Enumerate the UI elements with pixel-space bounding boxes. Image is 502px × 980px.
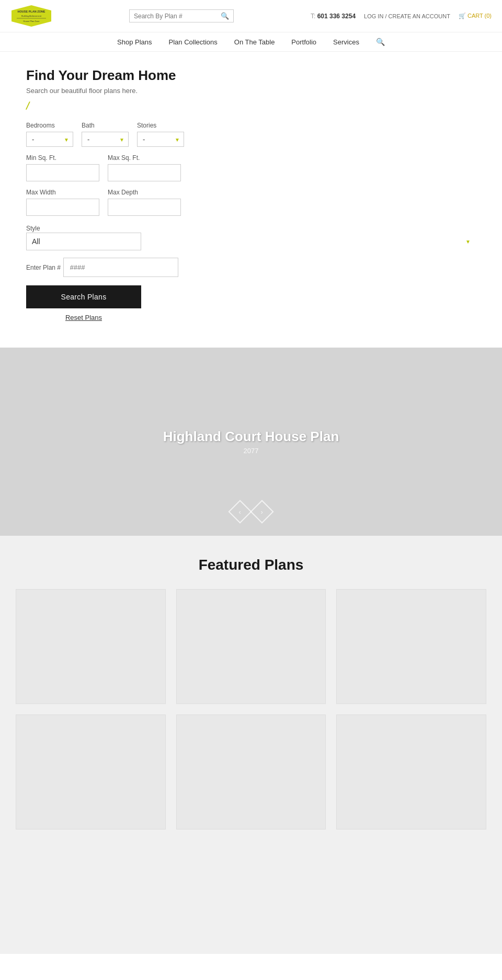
nav-shop-plans[interactable]: Shop Plans	[117, 38, 152, 46]
plan-card[interactable]	[176, 714, 326, 829]
stories-label: Stories	[137, 122, 184, 129]
prev-arrow-icon: ‹	[239, 508, 241, 516]
plan-card[interactable]	[336, 589, 486, 704]
main-nav: Shop Plans Plan Collections On The Table…	[0, 32, 502, 52]
max-sqft-label: Max Sq. Ft.	[108, 154, 181, 162]
plan-card[interactable]	[16, 589, 166, 704]
svg-text:House Plan Zone: House Plan Zone	[24, 20, 40, 22]
style-dropdown-arrow: ▼	[465, 239, 471, 245]
bath-select-wrapper: - 1 1.5 2 2.5 3 4+ ▼	[82, 132, 129, 147]
style-label: Style	[26, 225, 40, 232]
bath-label: Bath	[82, 122, 129, 129]
bedrooms-label: Bedrooms	[26, 122, 73, 129]
max-depth-label: Max Depth	[108, 189, 181, 196]
form-row-sqft: Min Sq. Ft. Max Sq. Ft.	[26, 154, 476, 181]
site-logo[interactable]: HOUSE PLAN ZONE Building Achievement Hou…	[10, 4, 52, 28]
min-sqft-group: Min Sq. Ft.	[26, 154, 99, 181]
plans-grid	[16, 589, 486, 829]
stories-select[interactable]: - 1 1.5 2 2.5 3+	[137, 132, 184, 147]
banner-next-button[interactable]: ›	[250, 500, 273, 523]
featured-plans-section: Featured Plans	[0, 536, 502, 954]
header: HOUSE PLAN ZONE Building Achievement Hou…	[0, 0, 502, 32]
svg-text:Building Achievement: Building Achievement	[21, 15, 42, 17]
min-sqft-label: Min Sq. Ft.	[26, 154, 99, 162]
header-search-box[interactable]: 🔍	[129, 9, 234, 22]
max-sqft-group: Max Sq. Ft.	[108, 154, 181, 181]
plan-card[interactable]	[16, 714, 166, 829]
featured-plans-title: Featured Plans	[10, 557, 492, 573]
nav-on-the-table[interactable]: On The Table	[234, 38, 275, 46]
header-right: T: 601 336 3254 LOG IN / CREATE AN ACCOU…	[311, 13, 492, 20]
max-depth-group: Max Depth	[108, 189, 181, 216]
nav-portfolio[interactable]: Portfolio	[291, 38, 316, 46]
logo-area: HOUSE PLAN ZONE Building Achievement Hou…	[10, 4, 52, 28]
banner-plan-number: 2077	[244, 447, 259, 455]
plan-card[interactable]	[336, 714, 486, 829]
stories-select-wrapper: - 1 1.5 2 2.5 3+ ▼	[137, 132, 184, 147]
phone-display: T: 601 336 3254	[311, 13, 356, 20]
form-row-1: Bedrooms - 1 2 3 4 5 6+ ▼ Bath - 1	[26, 122, 476, 147]
plan-card[interactable]	[176, 589, 326, 704]
bath-group: Bath - 1 1.5 2 2.5 3 4+ ▼	[82, 122, 129, 147]
banner-prev-button[interactable]: ‹	[228, 500, 252, 523]
min-sqft-input[interactable]	[26, 164, 99, 181]
bedrooms-select-wrapper: - 1 2 3 4 5 6+ ▼	[26, 132, 73, 147]
max-width-input[interactable]	[26, 199, 99, 216]
nav-plan-collections[interactable]: Plan Collections	[169, 38, 218, 46]
max-width-label: Max Width	[26, 189, 99, 196]
bedrooms-select[interactable]: - 1 2 3 4 5 6+	[26, 132, 73, 147]
login-link[interactable]: LOG IN / CREATE AN ACCOUNT	[364, 13, 450, 19]
stories-group: Stories - 1 1.5 2 2.5 3+ ▼	[137, 122, 184, 147]
banner-title: Highland Court House Plan	[163, 429, 339, 445]
plan-number-label: Enter Plan #	[26, 264, 61, 271]
svg-text:HOUSE PLAN ZONE: HOUSE PLAN ZONE	[18, 10, 45, 13]
bath-select[interactable]: - 1 1.5 2 2.5 3 4+	[82, 132, 129, 147]
header-search-input[interactable]	[134, 13, 221, 20]
search-icon[interactable]: 🔍	[221, 12, 229, 20]
page-subtitle: Search our beautiful floor plans here.	[26, 87, 476, 95]
main-content: Find Your Dream Home Search our beautifu…	[0, 52, 502, 337]
cart-link[interactable]: 🛒 CART (0)	[459, 13, 492, 19]
search-plans-button[interactable]: Search Plans	[26, 285, 141, 308]
reset-plans-link[interactable]: Reset Plans	[26, 314, 141, 321]
featured-banner: Highland Court House Plan 2077 ‹ ›	[0, 348, 502, 536]
decorative-slash: /	[25, 99, 38, 114]
banner-navigation: ‹ ›	[232, 503, 270, 520]
form-row-dimensions: Max Width Max Depth	[26, 189, 476, 216]
nav-search-icon[interactable]: 🔍	[376, 38, 385, 46]
plan-number-section: Enter Plan #	[26, 258, 476, 277]
nav-services[interactable]: Services	[333, 38, 359, 46]
max-depth-input[interactable]	[108, 199, 181, 216]
style-select[interactable]: All Colonial Craftsman European Modern R…	[26, 233, 141, 250]
next-arrow-icon: ›	[261, 508, 263, 516]
page-title: Find Your Dream Home	[26, 67, 476, 84]
max-sqft-input[interactable]	[108, 164, 181, 181]
bedrooms-group: Bedrooms - 1 2 3 4 5 6+ ▼	[26, 122, 73, 147]
max-width-group: Max Width	[26, 189, 99, 216]
style-select-wrapper: All Colonial Craftsman European Modern R…	[26, 233, 476, 250]
style-section: Style All Colonial Craftsman European Mo…	[26, 223, 476, 250]
plan-number-input[interactable]	[63, 258, 178, 277]
